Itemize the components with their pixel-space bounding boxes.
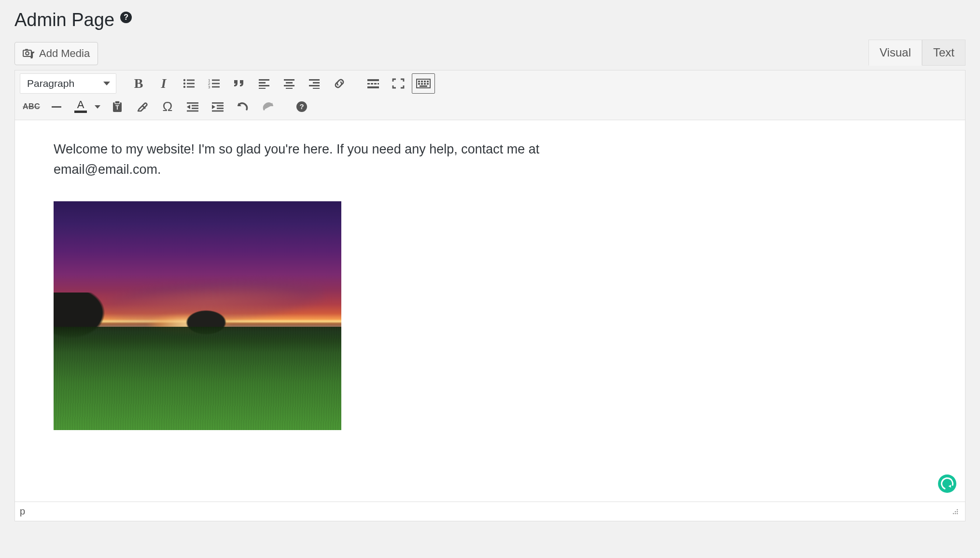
svg-point-63: [955, 511, 956, 512]
undo-button[interactable]: [231, 97, 254, 117]
element-path[interactable]: p: [20, 506, 25, 517]
indent-button[interactable]: [206, 97, 229, 117]
svg-rect-36: [421, 81, 423, 83]
bold-button[interactable]: B: [127, 73, 150, 94]
svg-rect-42: [427, 83, 429, 85]
svg-text:T: T: [115, 104, 119, 111]
svg-rect-40: [421, 83, 423, 85]
svg-point-62: [957, 509, 958, 510]
svg-rect-16: [259, 79, 269, 81]
svg-rect-21: [286, 82, 293, 84]
numbered-list-button[interactable]: 1 2 3: [202, 73, 225, 94]
svg-marker-57: [212, 105, 215, 109]
svg-rect-44: [52, 106, 61, 108]
svg-rect-30: [371, 83, 373, 84]
svg-rect-37: [424, 81, 426, 83]
svg-rect-14: [212, 83, 220, 84]
page-title: Admin Page: [14, 10, 114, 30]
italic-button[interactable]: I: [152, 73, 175, 94]
svg-point-1: [26, 52, 29, 55]
svg-rect-22: [284, 85, 294, 86]
editor-content[interactable]: Welcome to my website! I'm so glad you'r…: [15, 120, 965, 502]
align-left-button[interactable]: [252, 73, 276, 94]
svg-rect-53: [212, 102, 224, 104]
blockquote-button[interactable]: [227, 73, 251, 94]
svg-rect-0: [23, 50, 31, 56]
editor: Paragraph B I: [14, 70, 966, 521]
svg-rect-55: [217, 108, 224, 109]
horizontal-rule-button[interactable]: [45, 97, 68, 117]
content-image[interactable]: [54, 201, 341, 430]
outdent-button[interactable]: [181, 97, 204, 117]
svg-rect-20: [284, 79, 294, 81]
add-media-label: Add Media: [39, 47, 90, 60]
paste-as-text-button[interactable]: T: [106, 97, 129, 117]
grammarly-icon[interactable]: [938, 474, 956, 493]
svg-rect-48: [187, 102, 198, 104]
svg-point-6: [183, 86, 185, 88]
camera-music-icon: [23, 48, 35, 59]
align-center-button[interactable]: [278, 73, 301, 94]
resize-handle-icon[interactable]: [951, 507, 960, 516]
svg-rect-23: [286, 88, 293, 89]
svg-rect-2: [25, 49, 28, 51]
text-color-button[interactable]: A: [70, 98, 91, 115]
format-select[interactable]: Paragraph: [20, 73, 116, 94]
svg-rect-24: [309, 79, 320, 81]
svg-rect-17: [259, 82, 266, 84]
svg-text:3: 3: [208, 85, 210, 89]
svg-rect-9: [187, 86, 195, 88]
svg-text:?: ?: [299, 102, 304, 111]
svg-rect-39: [418, 83, 420, 85]
strikethrough-button[interactable]: ABC: [20, 97, 43, 117]
tab-text[interactable]: Text: [922, 40, 966, 66]
svg-point-64: [957, 511, 958, 512]
svg-rect-38: [427, 81, 429, 83]
svg-rect-43: [420, 85, 427, 87]
svg-point-3: [30, 56, 33, 59]
text-color-bar: [74, 111, 87, 113]
editor-toolbar: Paragraph B I: [15, 70, 965, 120]
editor-status-bar: p: [15, 502, 965, 521]
svg-rect-31: [374, 83, 377, 84]
svg-rect-33: [367, 86, 379, 88]
svg-rect-29: [367, 83, 370, 84]
svg-rect-46: [115, 101, 120, 104]
svg-rect-49: [192, 105, 198, 107]
read-more-button[interactable]: [362, 73, 385, 94]
svg-point-5: [183, 83, 185, 84]
svg-rect-19: [259, 88, 266, 89]
svg-rect-8: [187, 83, 195, 84]
tab-visual[interactable]: Visual: [868, 40, 922, 66]
toolbar-toggle-button[interactable]: [412, 73, 435, 94]
keyboard-help-button[interactable]: ?: [290, 97, 313, 117]
content-paragraph[interactable]: Welcome to my website! I'm so glad you'r…: [54, 140, 599, 180]
help-icon[interactable]: ?: [120, 12, 132, 23]
fullscreen-button[interactable]: [387, 73, 410, 94]
svg-rect-27: [313, 88, 320, 89]
svg-rect-32: [378, 83, 379, 84]
link-button[interactable]: [328, 73, 351, 94]
svg-rect-15: [212, 86, 220, 88]
svg-rect-51: [187, 111, 198, 112]
svg-rect-18: [259, 85, 269, 86]
text-color-dropdown[interactable]: [91, 97, 104, 117]
align-right-button[interactable]: [303, 73, 326, 94]
bullet-list-button[interactable]: [177, 73, 200, 94]
svg-marker-52: [187, 105, 190, 109]
special-character-button[interactable]: Ω: [156, 97, 179, 117]
svg-rect-26: [309, 85, 320, 86]
svg-rect-28: [367, 79, 379, 81]
svg-point-66: [955, 513, 956, 514]
svg-rect-50: [192, 108, 198, 109]
svg-rect-35: [418, 81, 420, 83]
svg-point-67: [957, 513, 958, 514]
format-select-value: Paragraph: [27, 78, 74, 89]
redo-button[interactable]: [256, 97, 280, 117]
svg-rect-13: [212, 80, 220, 81]
svg-rect-7: [187, 80, 195, 81]
editor-tabs: Visual Text: [868, 40, 966, 66]
add-media-button[interactable]: Add Media: [14, 42, 98, 65]
svg-rect-25: [313, 82, 320, 84]
clear-formatting-button[interactable]: [131, 97, 154, 117]
